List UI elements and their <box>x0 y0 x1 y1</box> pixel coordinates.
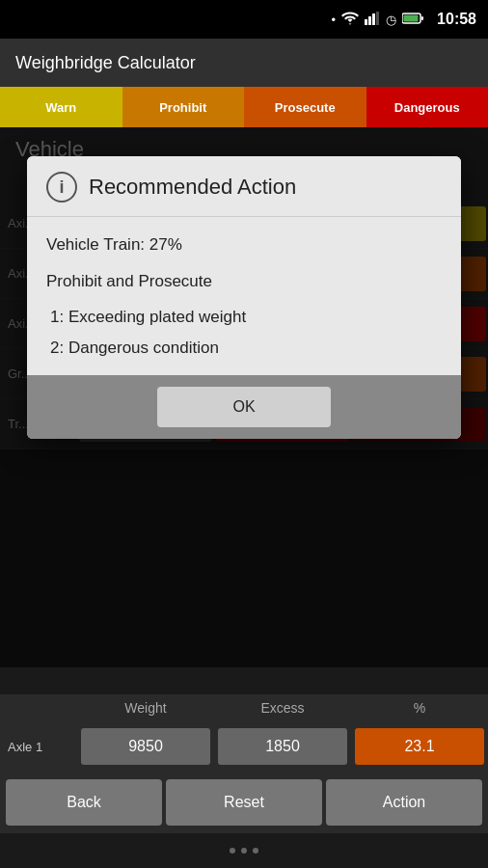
nav-dot-2 <box>241 848 247 854</box>
modal-action-text: Prohibit and Prosecute <box>46 271 442 292</box>
status-time: 10:58 <box>437 11 476 28</box>
modal-footer: OK <box>27 375 461 439</box>
battery-icon <box>402 12 423 27</box>
axle-1-percent: 23.1 <box>355 728 484 765</box>
modal-title-bar: i Recommended Action <box>27 156 461 217</box>
middle-wrapper: Vehicle Weight Excess % Axi... Axi... Ax… <box>0 127 488 667</box>
modal-body: Vehicle Train: 27% Prohibit and Prosecut… <box>27 217 461 375</box>
back-button[interactable]: Back <box>6 779 162 826</box>
nav-dots <box>0 833 488 868</box>
bth-weight: Weight <box>77 700 214 716</box>
axle-1-weight: 9850 <box>81 728 210 765</box>
svg-rect-1 <box>368 16 371 25</box>
svg-rect-3 <box>376 12 379 25</box>
bottom-table-header: Weight Excess % <box>0 694 488 721</box>
recommended-action-modal: i Recommended Action Vehicle Train: 27% … <box>27 156 461 439</box>
modal-reason-1: 1: Exceeding plated weight <box>46 308 442 327</box>
nav-dot-1 <box>230 848 235 854</box>
action-button[interactable]: Action <box>326 779 482 826</box>
status-icons: • ◷ 10:58 <box>332 11 476 28</box>
tab-prohibit[interactable]: Prohibit <box>122 87 245 127</box>
modal-reason-2: 2: Dangerous condition <box>46 339 442 358</box>
reset-button[interactable]: Reset <box>166 779 322 826</box>
bottom-data-row: Axle 1 9850 1850 23.1 <box>0 721 488 772</box>
modal-overlay: i Recommended Action Vehicle Train: 27% … <box>0 127 488 667</box>
nav-dot-3 <box>253 848 258 854</box>
info-icon: i <box>46 172 77 203</box>
axle-1-excess: 1850 <box>218 728 347 765</box>
bottom-section: Weight Excess % Axle 1 9850 1850 23.1 Ba… <box>0 694 488 868</box>
action-tabs: Warn Prohibit Prosecute Dangerous <box>0 87 488 127</box>
bluetooth-icon: • <box>332 13 337 27</box>
svg-rect-5 <box>404 15 419 22</box>
bottom-buttons: Back Reset Action <box>0 772 488 833</box>
axle-1-label: Axle 1 <box>0 740 77 754</box>
wifi-icon <box>341 12 359 28</box>
status-bar: • ◷ 10:58 <box>0 0 488 39</box>
modal-vehicle-train: Vehicle Train: 27% <box>46 234 442 256</box>
ok-button[interactable]: OK <box>157 387 331 427</box>
tab-warn[interactable]: Warn <box>0 87 122 127</box>
modal-title: Recommended Action <box>89 175 296 200</box>
bth-percent: % <box>351 700 488 716</box>
title-bar: Weighbridge Calculator <box>0 39 488 87</box>
svg-rect-6 <box>421 16 423 20</box>
signal-icon <box>365 12 380 28</box>
tab-dangerous[interactable]: Dangerous <box>366 87 489 127</box>
app-title: Weighbridge Calculator <box>15 53 196 73</box>
tab-prosecute[interactable]: Prosecute <box>244 87 366 127</box>
alarm-icon: ◷ <box>386 13 396 27</box>
bth-label <box>0 700 77 716</box>
svg-rect-2 <box>372 14 375 25</box>
bth-excess: Excess <box>214 700 351 716</box>
svg-rect-0 <box>365 19 367 25</box>
